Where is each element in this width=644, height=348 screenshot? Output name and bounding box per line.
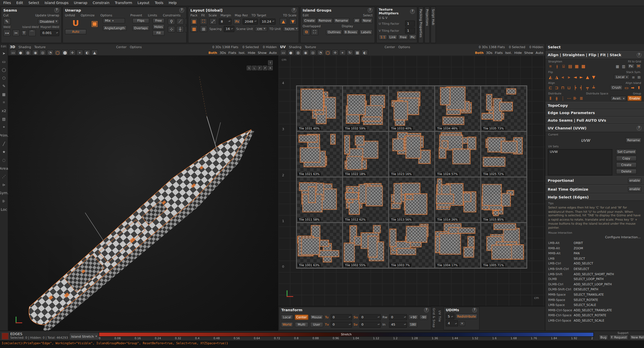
auto-unwrap-button[interactable]: Auto <box>65 29 86 34</box>
align-icon[interactable]: ⊏ <box>548 85 553 90</box>
uv-set-item[interactable]: UVW <box>548 150 612 154</box>
uv-island[interactable] <box>452 149 471 164</box>
uv-tab-label[interactable]: U & V <box>379 16 388 20</box>
proportional-header[interactable]: Proportional <box>548 179 574 183</box>
distribute-space-dropdown[interactable]: Avail. <box>610 96 627 101</box>
side-tab[interactable]: Script Hub <box>431 7 436 43</box>
help-icon[interactable]: ? <box>424 308 429 313</box>
bug-button[interactable]: Bug <box>599 335 608 340</box>
weld-icon[interactable]: ⊶ <box>3 29 11 36</box>
space-world-button[interactable]: World <box>281 322 293 327</box>
uv-island[interactable] <box>345 192 359 199</box>
side-tab[interactable]: Projections <box>424 7 430 43</box>
menu-item[interactable]: Edit <box>16 1 23 5</box>
delete-button[interactable]: Delete <box>616 169 637 174</box>
left-tool-icon[interactable]: ⊪ <box>1 198 7 204</box>
shading-mode-icon[interactable]: ▲ <box>91 50 98 55</box>
tdscale-up-icon[interactable]: ▲ <box>280 18 287 25</box>
udim-tile[interactable]: Tile 1031 40% <box>297 86 343 131</box>
rotate-minus90-button[interactable]: -90 <box>419 314 428 320</box>
uv-island[interactable] <box>493 224 516 230</box>
help-icon[interactable]: ? <box>179 8 184 13</box>
pack-icon[interactable]: ▦ <box>190 18 198 25</box>
scene-unit-dropdown[interactable]: cm <box>255 26 267 31</box>
align-icon[interactable]: ╞ <box>572 85 578 90</box>
uv-island[interactable] <box>389 229 396 247</box>
viewport-3d[interactable]: 3D Shading Texture Center Options 0 3Ds … <box>8 44 279 331</box>
ig-bboxes-button[interactable]: B.Boxes <box>343 29 359 35</box>
viewport-uv-label[interactable]: UV <box>280 45 286 49</box>
rw-field[interactable]: 0▴▾ <box>389 314 407 320</box>
help-icon[interactable]: ? <box>291 8 297 13</box>
menu-item[interactable]: Help <box>169 1 177 5</box>
uv-header-icon[interactable]: ✛ <box>332 50 338 55</box>
udim-tile[interactable]: Tile 1001 63% <box>297 223 343 268</box>
uv-island[interactable] <box>486 94 492 111</box>
shading-mode-icon[interactable]: ⌖ <box>76 50 83 55</box>
t-toggle[interactable]: T <box>21 30 27 36</box>
pack-alt-icon[interactable]: ▩ <box>190 25 198 32</box>
uv-header-icon[interactable]: ↻ <box>347 50 353 55</box>
udim-count-field[interactable]: 5▴▾ <box>446 313 454 319</box>
stack-icon[interactable]: ≡ <box>631 75 636 79</box>
uv-island[interactable] <box>482 184 502 206</box>
straighten-icon[interactable]: ▤ <box>568 64 573 69</box>
left-tool-icon[interactable]: ⊳ <box>1 182 7 188</box>
uv-island[interactable] <box>493 211 499 216</box>
viewport-3d-label[interactable]: 3D <box>10 45 15 49</box>
tv-field[interactable]: 0▴▾ <box>331 321 352 327</box>
flip-icon[interactable]: ◮ <box>554 75 559 80</box>
overlapped-alt-icon[interactable]: ⛶ <box>311 29 318 35</box>
configure-interaction-link[interactable]: Configure Interaction... <box>545 235 644 240</box>
shading-mode-icon[interactable]: ◎ <box>40 50 46 55</box>
menu-item[interactable]: Island Groups <box>45 1 69 5</box>
distribute-icon[interactable]: ≣ <box>579 96 584 101</box>
shading-mode-icon[interactable]: ◔ <box>47 50 53 55</box>
flips-button[interactable]: Flips <box>132 18 150 23</box>
align-icon[interactable]: ⊓ <box>560 85 565 90</box>
u-tiling-field[interactable]: 1 <box>405 21 415 27</box>
ig-labels-button[interactable]: Labels <box>359 29 372 35</box>
uv-header-icon[interactable]: ◍ <box>295 50 301 55</box>
uv-island[interactable] <box>298 135 317 143</box>
pic-button[interactable]: Pic <box>409 34 417 40</box>
pivot-mouse-button[interactable]: Mouse <box>310 314 323 320</box>
udim-tile[interactable]: Tile 1032 59% <box>343 86 389 131</box>
filter-button[interactable]: 3Ds <box>220 51 226 54</box>
uv-header-icon[interactable]: ◐ <box>362 50 368 55</box>
uv-island[interactable] <box>344 135 350 154</box>
toggle-letter[interactable]: F <box>257 66 262 70</box>
flip-icon[interactable]: ◄ <box>572 75 578 80</box>
menu-item[interactable]: Constrain <box>93 1 109 5</box>
straighten-icon[interactable]: ⌸ <box>561 64 566 69</box>
link-button[interactable]: Link <box>388 34 397 40</box>
uv-island[interactable] <box>439 233 461 255</box>
help-icon[interactable]: ? <box>54 8 59 13</box>
left-tool-icon[interactable]: ⬡ <box>1 75 7 81</box>
rotate-plus90-button[interactable]: +90 <box>408 314 418 320</box>
px-toggle[interactable]: Px <box>234 19 241 24</box>
tdscale-down-icon[interactable]: ▼ <box>289 18 297 25</box>
distribute-icon[interactable]: ⊪ <box>572 96 578 101</box>
holes-button[interactable]: Holes <box>153 24 164 29</box>
uv-header-icon[interactable]: ◔ <box>317 50 324 55</box>
distribute-icon[interactable]: ⫴ <box>548 96 553 101</box>
flip-icon[interactable]: ⫸ <box>566 75 572 80</box>
stretch-gradient-bar[interactable]: Stretch <box>99 332 594 337</box>
help-select-header[interactable]: Help Select (Edges) <box>548 195 589 199</box>
rotate-180-button[interactable]: 180 <box>408 322 417 327</box>
in-field[interactable]: 45▴▾ <box>389 321 407 327</box>
menu-item[interactable]: Files <box>3 1 11 5</box>
crush-button[interactable]: Crush <box>610 85 623 90</box>
align-icon[interactable]: ╧ <box>591 85 596 90</box>
edge-loop-header[interactable]: Edge Loop Parameters <box>548 111 595 115</box>
straighten-icon[interactable]: ▩ <box>581 64 586 69</box>
group-enable-button[interactable]: Enable <box>628 96 641 101</box>
left-tool-icon[interactable]: ★ <box>1 149 7 155</box>
uv-island[interactable] <box>367 236 377 257</box>
align-icon[interactable]: ╡ <box>579 85 584 90</box>
help-icon[interactable]: ? <box>637 53 642 58</box>
align-section-header[interactable]: Align | Straighten | Flip | Fit | Stack <box>548 53 621 57</box>
udim-tile[interactable]: Tile 1004 17% <box>435 223 481 268</box>
filter-button[interactable]: Show <box>524 51 533 54</box>
